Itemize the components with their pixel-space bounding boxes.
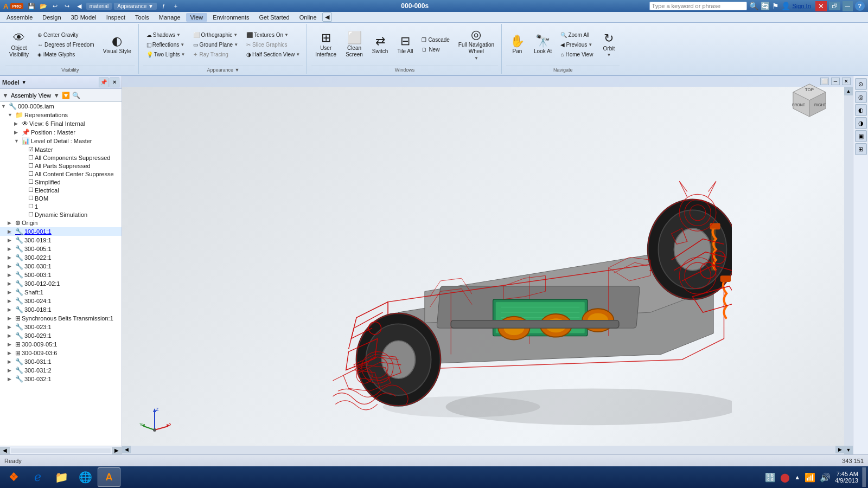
user-interface-button[interactable]: ⊞ UserInterface — [311, 29, 340, 61]
shaft1-expand[interactable]: ▶ — [8, 290, 15, 295]
panel-close-button[interactable]: ✕ — [110, 78, 119, 87]
300-024-expand[interactable]: ▶ — [8, 298, 15, 304]
center-gravity-button[interactable]: ⊕ Center Gravity — [34, 30, 98, 40]
tree-item-simplified[interactable]: ☐ Simplified — [0, 178, 122, 186]
menu-3dmodel[interactable]: 3D Model — [67, 13, 101, 22]
volume-icon[interactable]: 🔊 — [820, 472, 831, 483]
tree-item-view6[interactable]: ▶ 👁 View: 6 Final Internal — [0, 119, 122, 128]
300-030-expand[interactable]: ▶ — [8, 264, 15, 269]
full-navigation-wheel-button[interactable]: ◎ Full NavigationWheel ▼ — [455, 29, 498, 61]
explorer-button[interactable]: 📁 — [50, 467, 73, 487]
lod-expand[interactable]: ▼ — [14, 138, 22, 144]
rt-btn-5[interactable]: ▣ — [855, 130, 867, 142]
material-dropdown[interactable]: material — [86, 3, 112, 10]
signal-icon[interactable]: 📶 — [805, 472, 815, 483]
rt-btn-6[interactable]: ⊞ — [855, 143, 867, 155]
tree-item-500-003[interactable]: ▶ 🔧 500-003:1 — [0, 271, 122, 279]
ie-button[interactable]: ℯ — [26, 467, 49, 487]
rt-btn-2[interactable]: ◎ — [855, 91, 867, 103]
look-at-button[interactable]: 🔭 Look At — [530, 29, 556, 61]
tree-item-300-031-2[interactable]: ▶ 🔧 300-031:2 — [0, 366, 122, 375]
quick-back-icon[interactable]: ◀ — [74, 2, 84, 10]
quick-undo-icon[interactable]: ↩ — [50, 2, 60, 10]
scroll-right-btn[interactable]: ▶ — [112, 447, 122, 454]
scroll-left-vp-btn[interactable]: ◀ — [122, 446, 131, 453]
menu-getstarted[interactable]: Get Started — [254, 13, 293, 22]
tree-item-300-005[interactable]: ▶ 🔧 300-005:1 — [0, 245, 122, 253]
tree-item-position[interactable]: ▶ 📌 Position : Master — [0, 128, 122, 137]
viewport-scrollbar-h[interactable]: ◀ ▶ — [122, 446, 844, 454]
scroll-left-btn[interactable]: ◀ — [0, 447, 10, 454]
tree-item-bom[interactable]: ☐ BOM — [0, 194, 122, 202]
search-input[interactable] — [649, 2, 747, 10]
viewport-scrollbar-v[interactable]: ▲ ▼ — [844, 87, 853, 454]
tree-item-master[interactable]: ☑ Master — [0, 145, 122, 153]
quick-open-icon[interactable]: 📂 — [39, 2, 48, 10]
rt-btn-1[interactable]: ⊙ — [855, 78, 867, 90]
menu-online[interactable]: Online — [295, 13, 321, 22]
tree-item-shaft1[interactable]: ▶ 🔧 Shaft:1 — [0, 288, 122, 297]
tree-item-300-032[interactable]: ▶ 🔧 300-032:1 — [0, 375, 122, 383]
tree-item-root[interactable]: ▼ 🔧 000-000s.iam — [0, 102, 122, 111]
tree-item-300-019[interactable]: ▶ 🔧 300-019:1 — [0, 236, 122, 245]
textures-on-button[interactable]: ⬛ Textures On ▼ — [243, 30, 303, 40]
visual-style-button[interactable]: ◐ Visual Style — [99, 29, 135, 61]
pan-button[interactable]: ✋ Pan — [506, 29, 528, 61]
scroll-track-vp-h[interactable] — [131, 446, 835, 454]
quick-redo-icon[interactable]: ↪ — [62, 2, 72, 10]
tree-item-origin[interactable]: ▶ ⊕ Origin — [0, 219, 122, 227]
chrome-button[interactable]: 🌐 — [74, 467, 97, 487]
new-window-button[interactable]: 🗋 New — [418, 45, 452, 54]
shadows-button[interactable]: ☁ Shadows ▼ — [143, 30, 189, 40]
minimize-icon[interactable]: ─ — [843, 1, 853, 11]
slice-graphics-button[interactable]: ✂ Slice Graphics — [243, 40, 303, 49]
300-029-expand[interactable]: ▶ — [8, 333, 15, 338]
tree-item-1[interactable]: ☐ 1 — [0, 202, 122, 210]
tree-item-syncbelt[interactable]: ▶ ⊞ Synchronous Belts Transmission:1 — [0, 314, 122, 323]
ray-tracing-button[interactable]: ✦ Ray Tracing — [190, 50, 241, 59]
model-dropdown-button[interactable]: ▼ — [22, 80, 27, 85]
syncbelt-expand[interactable]: ▶ — [8, 316, 15, 321]
menu-tools[interactable]: Tools — [131, 13, 154, 22]
tree-item-300-018[interactable]: ▶ 🔧 300-018:1 — [0, 305, 122, 314]
menu-environments[interactable]: Environments — [208, 13, 253, 22]
start-button[interactable]: ❖ — [2, 467, 25, 487]
help-button[interactable]: ? — [855, 1, 865, 11]
sync-icon[interactable]: 🔄 — [761, 2, 770, 10]
quick-save-icon[interactable]: 💾 — [27, 2, 36, 10]
previous-button[interactable]: ◀ Previous ▼ — [557, 40, 596, 49]
menu-view[interactable]: View — [186, 13, 208, 22]
tree-item-300-009-05[interactable]: ▶ ⊞ 300-009-05:1 — [0, 340, 122, 349]
tree-item-300-009-03[interactable]: ▶ ⊞ 300-009-03:6 — [0, 349, 122, 357]
panel-pin-button[interactable]: 📌 — [99, 78, 108, 87]
scroll-down-btn[interactable]: ▼ — [844, 446, 853, 454]
scroll-up-btn[interactable]: ▲ — [844, 87, 853, 95]
ground-plane-button[interactable]: ▭ Ground Plane ▼ — [190, 40, 241, 49]
restore-icon[interactable]: 🗗 — [829, 2, 840, 10]
representations-expand[interactable]: ▼ — [8, 112, 15, 118]
rt-btn-3[interactable]: ◐ — [855, 104, 867, 116]
close-icon[interactable]: ✕ — [815, 1, 827, 11]
menu-extra[interactable]: ◀ — [322, 12, 332, 22]
menu-inspect[interactable]: Inspect — [102, 13, 130, 22]
clean-screen-button[interactable]: ⬜ CleanScreen — [342, 29, 367, 61]
tree-item-electrical[interactable]: ☐ Electrical — [0, 186, 122, 194]
assembly-view-dropdown[interactable]: ▼ — [53, 92, 60, 99]
cascade-button[interactable]: ❐ Cascade — [418, 35, 452, 44]
system-tray-arrow[interactable]: ▲ — [794, 474, 800, 480]
tree-item-allcomp[interactable]: ☐ All Components Suppressed — [0, 153, 122, 162]
300-031-2-expand[interactable]: ▶ — [8, 368, 15, 373]
search-tree-icon[interactable]: 🔍 — [72, 92, 80, 99]
imate-glyphs-button[interactable]: ◈ iMate Glyphs — [34, 50, 98, 59]
menu-manage[interactable]: Manage — [155, 13, 185, 22]
scroll-track-h[interactable] — [11, 448, 111, 453]
filter-icon[interactable]: ▼ — [2, 92, 9, 99]
300-009-03-expand[interactable]: ▶ — [8, 350, 15, 356]
tree-item-representations[interactable]: ▼ 📁 Representations — [0, 111, 122, 119]
tree-item-100-001[interactable]: ▶ 🔧 100-001:1 — [0, 227, 122, 236]
300-019-expand[interactable]: ▶ — [8, 237, 15, 243]
antivirus-icon[interactable]: ⬤ — [780, 472, 790, 483]
flag-icon[interactable]: ⚑ — [772, 2, 779, 10]
tree-item-300-012[interactable]: ▶ 🔧 300-012-02:1 — [0, 279, 122, 288]
tree-scrollbar-h[interactable]: ◀ ▶ — [0, 446, 122, 454]
